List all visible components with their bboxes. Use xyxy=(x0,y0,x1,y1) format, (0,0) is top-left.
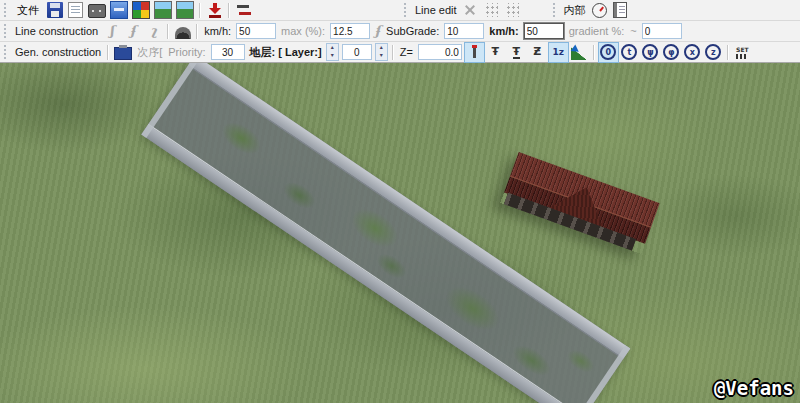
terrain-image-button[interactable] xyxy=(152,0,174,21)
watermark: @Vefans xyxy=(714,377,794,399)
curve-icon-3: ʅ xyxy=(148,23,160,39)
single-z-button[interactable]: 1z xyxy=(548,42,569,63)
save-button[interactable] xyxy=(44,0,65,21)
line-construction-label: Line construction xyxy=(15,25,98,37)
rotate-button-4[interactable]: φ xyxy=(661,42,682,63)
subgrade-icon: ʄ xyxy=(373,23,382,39)
spinner-up-icon[interactable]: ▴ xyxy=(376,44,387,52)
speed-input-2[interactable] xyxy=(524,23,564,39)
separator xyxy=(107,45,109,60)
separator xyxy=(199,3,201,18)
file-menu[interactable]: 文件 xyxy=(12,1,44,20)
pattern-grid-button[interactable] xyxy=(481,0,502,21)
document-button[interactable] xyxy=(65,0,86,21)
set-icon: SET xyxy=(733,46,751,59)
separator xyxy=(196,24,198,39)
toolbar-gripper[interactable] xyxy=(4,24,8,39)
slope-button[interactable] xyxy=(569,42,590,63)
gauge-button[interactable] xyxy=(589,0,610,21)
tunnel-icon xyxy=(175,27,191,39)
spinner-down-icon[interactable]: ▾ xyxy=(327,52,338,60)
kmh2-label: km/h: xyxy=(489,25,518,37)
max-percent-input[interactable] xyxy=(330,23,370,39)
toolbar-gripper[interactable] xyxy=(553,3,557,18)
align-z-middle-button[interactable]: Ŧ xyxy=(506,42,527,63)
rotate-icon-6: z xyxy=(705,44,721,60)
rotate-icon-3: ψ xyxy=(642,44,658,60)
rotate-icon-4: φ xyxy=(663,44,679,60)
layer-input[interactable] xyxy=(342,44,372,60)
archive-button[interactable] xyxy=(108,0,130,21)
align-z-top-button[interactable]: Ŧ xyxy=(485,42,506,63)
ledger-icon xyxy=(613,2,627,18)
pattern-grid-button-2[interactable] xyxy=(502,0,523,21)
toolbar-file: 文件 Line edit 内部 xyxy=(0,0,800,21)
curve-icon-1: ʃ xyxy=(106,23,118,39)
tower-icon xyxy=(467,45,481,59)
cut-icon xyxy=(462,2,478,18)
spinner-up-icon[interactable]: ▴ xyxy=(327,44,338,52)
terrain-image-button-2[interactable] xyxy=(174,0,196,21)
z-label: Z= xyxy=(400,46,413,58)
separator xyxy=(593,45,595,60)
toolbar-gripper[interactable] xyxy=(404,3,408,18)
separator xyxy=(392,45,394,60)
internal-label: 内部 xyxy=(564,3,586,18)
curve-tool-button-3[interactable]: ʅ xyxy=(143,21,164,42)
stamp-button[interactable] xyxy=(112,42,134,63)
rotate-icon-5: x xyxy=(684,44,700,60)
speed-input[interactable] xyxy=(236,23,276,39)
separator xyxy=(228,3,230,18)
building-object[interactable] xyxy=(500,152,659,254)
z-stroke-button[interactable]: Ƶ xyxy=(527,42,548,63)
z-input[interactable] xyxy=(418,44,462,60)
document-icon xyxy=(68,2,83,18)
curve-icon-2: ʄ xyxy=(127,23,139,39)
gauge-icon xyxy=(592,3,607,18)
map-viewport[interactable]: @Vefans xyxy=(0,63,800,403)
max-percent-label: max (%): xyxy=(281,25,325,37)
archive-icon xyxy=(110,1,128,19)
palette-button[interactable] xyxy=(130,0,152,21)
toolbar-line-construction: Line construction ʃ ʄ ʅ km/h: max (%): ʄ… xyxy=(0,21,800,42)
cassette-button[interactable] xyxy=(86,0,108,21)
one-z-icon: 1z xyxy=(553,45,565,59)
layer-spinner-right[interactable]: ▴ ▾ xyxy=(375,43,388,61)
set-button[interactable]: SET xyxy=(732,42,753,63)
pattern-grid-icon-2 xyxy=(505,3,519,17)
tunnel-button[interactable] xyxy=(172,21,193,42)
priority-input[interactable] xyxy=(211,44,245,60)
separator xyxy=(167,24,169,39)
priority-label: Priority: xyxy=(168,46,205,58)
layer-label: 地层: [ Layer:] xyxy=(250,45,322,60)
import-red-icon xyxy=(207,2,223,18)
road-object[interactable] xyxy=(141,63,630,403)
cut-line-button[interactable] xyxy=(460,0,481,21)
road-end-cap xyxy=(141,63,200,138)
rotate-button-1[interactable]: 0 xyxy=(598,42,619,63)
ledger-button[interactable] xyxy=(610,0,631,21)
stamp-icon xyxy=(114,47,132,60)
toolbar-gripper[interactable] xyxy=(4,3,8,18)
rotate-button-3[interactable]: ψ xyxy=(640,42,661,63)
gradient-input[interactable] xyxy=(642,23,682,39)
terrain-image-icon-2 xyxy=(176,1,194,19)
fern-patch xyxy=(557,339,605,382)
subgrade-input[interactable] xyxy=(444,23,484,39)
line-edit-label: Line edit xyxy=(415,4,457,16)
layer-spinner-left[interactable]: ▴ ▾ xyxy=(326,43,339,61)
slope-icon xyxy=(571,47,587,60)
import-button[interactable] xyxy=(204,0,225,21)
spinner-down-icon[interactable]: ▾ xyxy=(376,52,387,60)
transfer-list-icon xyxy=(236,2,252,18)
rotate-button-5[interactable]: x xyxy=(682,42,703,63)
rotate-button-2[interactable]: t xyxy=(619,42,640,63)
align-top-icon: Ŧ xyxy=(492,45,500,59)
transfer-list-button[interactable] xyxy=(233,0,254,21)
toolbar-gripper[interactable] xyxy=(4,45,8,60)
curve-tool-button-2[interactable]: ʄ xyxy=(122,21,143,42)
rotate-button-6[interactable]: z xyxy=(703,42,724,63)
gen-construction-label: Gen. construction xyxy=(15,46,101,58)
place-on-terrain-button[interactable] xyxy=(464,42,485,63)
curve-tool-button-1[interactable]: ʃ xyxy=(101,21,122,42)
